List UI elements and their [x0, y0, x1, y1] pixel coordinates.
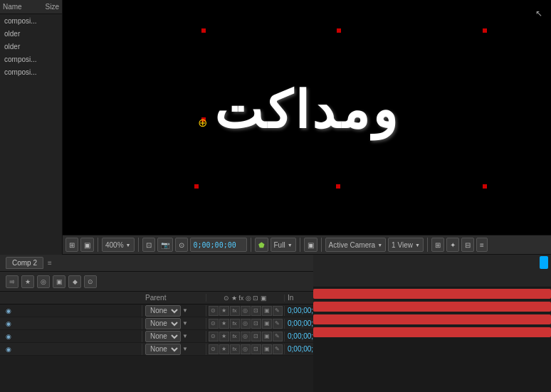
playhead-indicator[interactable]: [540, 256, 548, 269]
col-header-parent: Parent: [142, 294, 206, 302]
sidebar: Name Size composi... older older composi…: [0, 0, 63, 256]
chevron-down-icon: ▼: [182, 346, 188, 352]
preview-text: ومداكت: [214, 80, 400, 140]
snapshot-btn[interactable]: 📷: [157, 238, 173, 252]
handle-top-mid[interactable]: [337, 28, 341, 33]
layer-3-adj-icon[interactable]: ⊡: [251, 332, 261, 341]
extra-btn-4[interactable]: ≡: [476, 238, 488, 252]
tb-sep-2: [138, 238, 139, 252]
layer-1-visibility[interactable]: ◉: [3, 305, 14, 317]
extra-btn-2[interactable]: ✦: [446, 238, 459, 252]
grid-toggle-btn[interactable]: ⊞: [65, 238, 78, 252]
layer-2-3d-icon[interactable]: ▣: [262, 319, 272, 329]
layer-1-shy-icon[interactable]: ⊙: [209, 306, 219, 316]
track-bar-1: [313, 289, 551, 299]
layer-3-parent-select[interactable]: None: [145, 331, 181, 342]
handle-bottom-mid[interactable]: [336, 184, 340, 189]
sidebar-header: Name Size: [0, 0, 62, 14]
layer-3-solo-icon[interactable]: ★: [219, 332, 229, 341]
layer-2-icons: ⊙ ★ fx ◎ ⊡ ▣ ✎: [206, 319, 285, 329]
layer-2-visibility[interactable]: ◉: [3, 318, 14, 329]
region-btn[interactable]: ▣: [304, 238, 318, 252]
sidebar-name-col: Name: [3, 3, 22, 11]
preview-canvas[interactable]: ومداكت ↖: [63, 0, 551, 235]
layer-4-pen-icon[interactable]: ✎: [273, 344, 283, 354]
extra-btn-3[interactable]: ⊟: [461, 238, 474, 252]
target-btn[interactable]: ⊙: [175, 238, 188, 252]
timecode-display[interactable]: 0;00;00;00: [190, 238, 247, 252]
sidebar-item-3[interactable]: composi...: [0, 53, 62, 65]
tl-camera-icon[interactable]: ⥤: [6, 275, 19, 288]
layer-4-icons: ⊙ ★ fx ◎ ⊡ ▣ ✎: [206, 344, 285, 354]
layer-2-adj-icon[interactable]: ⊡: [251, 319, 261, 329]
quality-dropdown[interactable]: Full: [271, 238, 296, 252]
layer-2-left: ◉: [0, 318, 142, 329]
tb-sep-4: [300, 238, 300, 252]
layer-4-shy-icon[interactable]: ⊙: [209, 344, 219, 354]
tl-circle-icon[interactable]: ◎: [37, 275, 50, 288]
col-header-icons: ⊙ ★ fx ◎ ⊡ ▣: [206, 295, 285, 302]
sidebar-item-4[interactable]: composi...: [0, 65, 62, 78]
layer-4-fx-icon[interactable]: fx: [230, 344, 240, 354]
track-header: [313, 255, 551, 287]
tl-square-icon[interactable]: ▣: [53, 275, 65, 288]
preview-type-btn[interactable]: ▣: [80, 238, 94, 252]
layer-3-3d-icon[interactable]: ▣: [262, 332, 272, 341]
handle-top-right[interactable]: [483, 28, 487, 33]
comp-tab[interactable]: Comp 2: [6, 257, 43, 269]
layer-3-fx-icon[interactable]: fx: [230, 332, 240, 341]
chevron-down-icon: ▼: [182, 307, 188, 314]
handle-top-left[interactable]: [201, 28, 206, 33]
layer-4-visibility[interactable]: ◉: [3, 344, 14, 355]
layer-1-solo-icon[interactable]: ★: [219, 306, 229, 316]
layer-3-left: ◉: [0, 331, 142, 342]
layer-2-shy-icon[interactable]: ⊙: [209, 319, 219, 329]
layer-3-blur-icon[interactable]: ◎: [241, 332, 251, 341]
color-btn[interactable]: ⬟: [255, 238, 268, 252]
layer-3-pen-icon[interactable]: ✎: [273, 332, 283, 341]
layer-4-parent: None ▼: [142, 344, 206, 355]
layer-4-blur-icon[interactable]: ◎: [241, 344, 251, 354]
camera-dropdown[interactable]: Active Camera: [325, 238, 387, 252]
track-row-4: [313, 326, 551, 339]
layer-4-left: ◉: [0, 344, 142, 355]
tl-clock-icon[interactable]: ⊙: [84, 275, 97, 288]
comp-menu-icon[interactable]: ≡: [48, 259, 52, 267]
layer-4-3d-icon[interactable]: ▣: [262, 344, 272, 354]
layer-2-pen-icon[interactable]: ✎: [273, 319, 283, 329]
layer-4-solo-icon[interactable]: ★: [219, 344, 229, 354]
layer-1-blur-icon[interactable]: ◎: [241, 306, 251, 316]
layer-1-3d-icon[interactable]: ▣: [262, 306, 272, 316]
handle-bottom-left[interactable]: [194, 184, 199, 189]
sidebar-item-1[interactable]: older: [0, 27, 62, 40]
layer-1-fx-icon[interactable]: fx: [230, 306, 240, 316]
layer-2-fx-icon[interactable]: fx: [230, 319, 240, 329]
resolution-btn[interactable]: ⊡: [142, 238, 155, 252]
layer-2-solo-icon[interactable]: ★: [219, 319, 229, 329]
sidebar-item-2[interactable]: older: [0, 40, 62, 53]
layer-2-blur-icon[interactable]: ◎: [241, 319, 251, 329]
layer-4-parent-select[interactable]: None: [145, 344, 181, 355]
layer-2-parent: None ▼: [142, 318, 206, 329]
layer-3-parent: None ▼: [142, 331, 206, 342]
anchor-point[interactable]: [198, 116, 211, 129]
preview-toolbar: ⊞ ▣ 400% ⊡ 📷 ⊙ 0;00;00;00 ⬟ Full ▣ Activ…: [63, 235, 551, 255]
layer-3-visibility[interactable]: ◉: [3, 331, 14, 342]
handle-bottom-right[interactable]: [483, 184, 487, 189]
track-row-2: [313, 300, 551, 313]
sidebar-size-col: Size: [46, 3, 59, 11]
sidebar-item-0[interactable]: composi...: [0, 14, 62, 27]
tl-star-icon[interactable]: ★: [21, 275, 34, 288]
zoom-dropdown[interactable]: 400%: [102, 238, 135, 252]
view-dropdown[interactable]: 1 View: [388, 238, 424, 252]
layer-1-adj-icon[interactable]: ⊡: [251, 306, 261, 316]
layer-3-shy-icon[interactable]: ⊙: [209, 332, 219, 341]
layer-2-parent-select[interactable]: None: [145, 318, 181, 329]
tb-sep-6: [427, 238, 428, 252]
tl-diamond-icon[interactable]: ◆: [68, 275, 81, 288]
extra-btn-1[interactable]: ⊞: [431, 238, 444, 252]
layer-1-parent-select[interactable]: None: [145, 305, 181, 317]
timeline-left-controls: ⥤ ★ ◎ ▣ ◆ ⊙: [0, 275, 313, 288]
layer-4-adj-icon[interactable]: ⊡: [251, 344, 261, 354]
layer-1-pen-icon[interactable]: ✎: [273, 306, 283, 316]
